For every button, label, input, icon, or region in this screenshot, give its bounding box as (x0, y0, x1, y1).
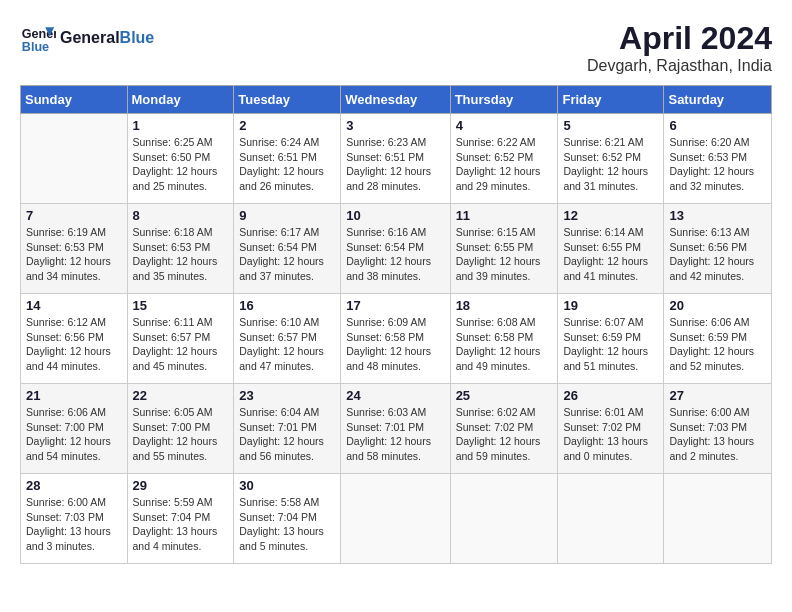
calendar-cell: 11Sunrise: 6:15 AM Sunset: 6:55 PM Dayli… (450, 204, 558, 294)
calendar-cell: 9Sunrise: 6:17 AM Sunset: 6:54 PM Daylig… (234, 204, 341, 294)
day-number: 22 (133, 388, 229, 403)
day-number: 16 (239, 298, 335, 313)
calendar-cell: 21Sunrise: 6:06 AM Sunset: 7:00 PM Dayli… (21, 384, 128, 474)
day-number: 27 (669, 388, 766, 403)
day-number: 24 (346, 388, 444, 403)
day-info: Sunrise: 6:22 AM Sunset: 6:52 PM Dayligh… (456, 135, 553, 194)
day-header-monday: Monday (127, 86, 234, 114)
day-info: Sunrise: 6:05 AM Sunset: 7:00 PM Dayligh… (133, 405, 229, 464)
day-info: Sunrise: 6:10 AM Sunset: 6:57 PM Dayligh… (239, 315, 335, 374)
day-info: Sunrise: 6:23 AM Sunset: 6:51 PM Dayligh… (346, 135, 444, 194)
calendar-header-row: SundayMondayTuesdayWednesdayThursdayFrid… (21, 86, 772, 114)
day-number: 10 (346, 208, 444, 223)
logo-icon: General Blue (20, 20, 56, 56)
day-info: Sunrise: 6:20 AM Sunset: 6:53 PM Dayligh… (669, 135, 766, 194)
day-header-tuesday: Tuesday (234, 86, 341, 114)
day-header-thursday: Thursday (450, 86, 558, 114)
day-number: 1 (133, 118, 229, 133)
calendar-cell: 10Sunrise: 6:16 AM Sunset: 6:54 PM Dayli… (341, 204, 450, 294)
day-info: Sunrise: 6:16 AM Sunset: 6:54 PM Dayligh… (346, 225, 444, 284)
day-number: 21 (26, 388, 122, 403)
day-number: 5 (563, 118, 658, 133)
day-header-saturday: Saturday (664, 86, 772, 114)
calendar-cell: 24Sunrise: 6:03 AM Sunset: 7:01 PM Dayli… (341, 384, 450, 474)
calendar-cell (450, 474, 558, 564)
calendar-cell: 6Sunrise: 6:20 AM Sunset: 6:53 PM Daylig… (664, 114, 772, 204)
day-info: Sunrise: 5:58 AM Sunset: 7:04 PM Dayligh… (239, 495, 335, 554)
day-number: 4 (456, 118, 553, 133)
calendar-cell: 29Sunrise: 5:59 AM Sunset: 7:04 PM Dayli… (127, 474, 234, 564)
day-info: Sunrise: 6:07 AM Sunset: 6:59 PM Dayligh… (563, 315, 658, 374)
calendar-cell (664, 474, 772, 564)
day-number: 2 (239, 118, 335, 133)
calendar-cell: 1Sunrise: 6:25 AM Sunset: 6:50 PM Daylig… (127, 114, 234, 204)
day-info: Sunrise: 6:04 AM Sunset: 7:01 PM Dayligh… (239, 405, 335, 464)
day-info: Sunrise: 6:25 AM Sunset: 6:50 PM Dayligh… (133, 135, 229, 194)
calendar-week-row: 7Sunrise: 6:19 AM Sunset: 6:53 PM Daylig… (21, 204, 772, 294)
day-info: Sunrise: 6:13 AM Sunset: 6:56 PM Dayligh… (669, 225, 766, 284)
day-number: 14 (26, 298, 122, 313)
calendar-cell: 23Sunrise: 6:04 AM Sunset: 7:01 PM Dayli… (234, 384, 341, 474)
day-number: 29 (133, 478, 229, 493)
day-info: Sunrise: 6:06 AM Sunset: 7:00 PM Dayligh… (26, 405, 122, 464)
day-number: 13 (669, 208, 766, 223)
logo-general-text: General (60, 29, 120, 46)
day-number: 7 (26, 208, 122, 223)
calendar-cell: 15Sunrise: 6:11 AM Sunset: 6:57 PM Dayli… (127, 294, 234, 384)
calendar-cell: 22Sunrise: 6:05 AM Sunset: 7:00 PM Dayli… (127, 384, 234, 474)
day-number: 28 (26, 478, 122, 493)
calendar-table: SundayMondayTuesdayWednesdayThursdayFrid… (20, 85, 772, 564)
day-header-sunday: Sunday (21, 86, 128, 114)
calendar-week-row: 28Sunrise: 6:00 AM Sunset: 7:03 PM Dayli… (21, 474, 772, 564)
calendar-cell: 13Sunrise: 6:13 AM Sunset: 6:56 PM Dayli… (664, 204, 772, 294)
day-number: 12 (563, 208, 658, 223)
calendar-week-row: 14Sunrise: 6:12 AM Sunset: 6:56 PM Dayli… (21, 294, 772, 384)
calendar-cell: 7Sunrise: 6:19 AM Sunset: 6:53 PM Daylig… (21, 204, 128, 294)
day-number: 30 (239, 478, 335, 493)
page-header: General Blue GeneralBlue April 2024 Devg… (20, 20, 772, 75)
day-info: Sunrise: 5:59 AM Sunset: 7:04 PM Dayligh… (133, 495, 229, 554)
day-number: 23 (239, 388, 335, 403)
calendar-cell: 2Sunrise: 6:24 AM Sunset: 6:51 PM Daylig… (234, 114, 341, 204)
day-header-wednesday: Wednesday (341, 86, 450, 114)
calendar-cell: 3Sunrise: 6:23 AM Sunset: 6:51 PM Daylig… (341, 114, 450, 204)
day-number: 19 (563, 298, 658, 313)
day-info: Sunrise: 6:19 AM Sunset: 6:53 PM Dayligh… (26, 225, 122, 284)
day-number: 17 (346, 298, 444, 313)
calendar-cell: 20Sunrise: 6:06 AM Sunset: 6:59 PM Dayli… (664, 294, 772, 384)
calendar-cell: 28Sunrise: 6:00 AM Sunset: 7:03 PM Dayli… (21, 474, 128, 564)
day-number: 6 (669, 118, 766, 133)
calendar-cell: 18Sunrise: 6:08 AM Sunset: 6:58 PM Dayli… (450, 294, 558, 384)
day-header-friday: Friday (558, 86, 664, 114)
day-info: Sunrise: 6:17 AM Sunset: 6:54 PM Dayligh… (239, 225, 335, 284)
calendar-cell: 4Sunrise: 6:22 AM Sunset: 6:52 PM Daylig… (450, 114, 558, 204)
day-info: Sunrise: 6:21 AM Sunset: 6:52 PM Dayligh… (563, 135, 658, 194)
title-area: April 2024 Devgarh, Rajasthan, India (587, 20, 772, 75)
day-number: 26 (563, 388, 658, 403)
day-number: 11 (456, 208, 553, 223)
day-info: Sunrise: 6:12 AM Sunset: 6:56 PM Dayligh… (26, 315, 122, 374)
day-number: 3 (346, 118, 444, 133)
calendar-cell: 5Sunrise: 6:21 AM Sunset: 6:52 PM Daylig… (558, 114, 664, 204)
day-info: Sunrise: 6:14 AM Sunset: 6:55 PM Dayligh… (563, 225, 658, 284)
calendar-week-row: 1Sunrise: 6:25 AM Sunset: 6:50 PM Daylig… (21, 114, 772, 204)
calendar-cell: 12Sunrise: 6:14 AM Sunset: 6:55 PM Dayli… (558, 204, 664, 294)
calendar-cell: 30Sunrise: 5:58 AM Sunset: 7:04 PM Dayli… (234, 474, 341, 564)
day-number: 9 (239, 208, 335, 223)
day-info: Sunrise: 6:01 AM Sunset: 7:02 PM Dayligh… (563, 405, 658, 464)
logo: General Blue GeneralBlue (20, 20, 154, 56)
day-info: Sunrise: 6:06 AM Sunset: 6:59 PM Dayligh… (669, 315, 766, 374)
day-info: Sunrise: 6:18 AM Sunset: 6:53 PM Dayligh… (133, 225, 229, 284)
day-info: Sunrise: 6:00 AM Sunset: 7:03 PM Dayligh… (26, 495, 122, 554)
calendar-cell: 17Sunrise: 6:09 AM Sunset: 6:58 PM Dayli… (341, 294, 450, 384)
day-info: Sunrise: 6:24 AM Sunset: 6:51 PM Dayligh… (239, 135, 335, 194)
calendar-cell: 26Sunrise: 6:01 AM Sunset: 7:02 PM Dayli… (558, 384, 664, 474)
calendar-week-row: 21Sunrise: 6:06 AM Sunset: 7:00 PM Dayli… (21, 384, 772, 474)
calendar-cell (341, 474, 450, 564)
day-number: 20 (669, 298, 766, 313)
calendar-cell: 27Sunrise: 6:00 AM Sunset: 7:03 PM Dayli… (664, 384, 772, 474)
day-number: 8 (133, 208, 229, 223)
day-info: Sunrise: 6:08 AM Sunset: 6:58 PM Dayligh… (456, 315, 553, 374)
day-number: 15 (133, 298, 229, 313)
calendar-cell (21, 114, 128, 204)
